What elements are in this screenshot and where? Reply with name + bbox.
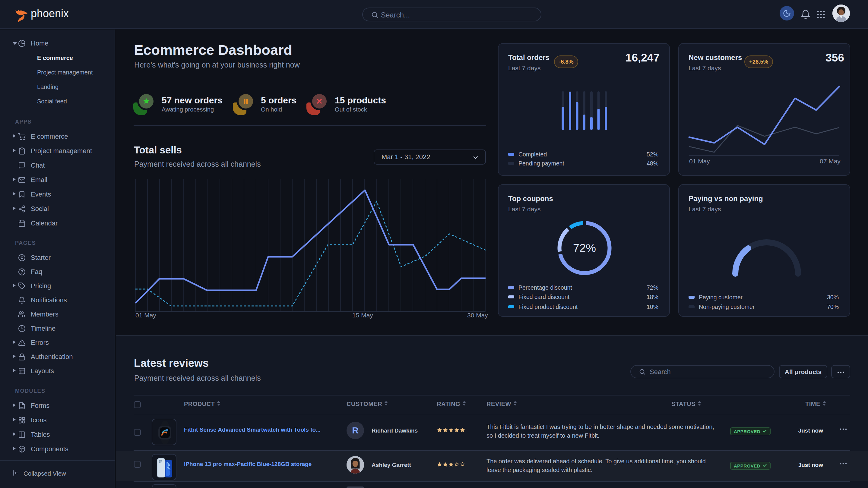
svg-text:72%: 72% (573, 242, 596, 254)
